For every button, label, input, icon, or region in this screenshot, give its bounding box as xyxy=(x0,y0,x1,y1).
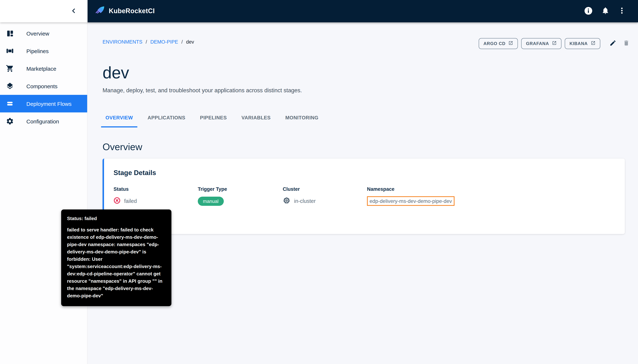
cluster-field: Cluster in-cluste xyxy=(283,186,367,206)
status-field: Status failed xyxy=(114,186,198,206)
argo-cd-label: ARGO CD xyxy=(484,41,506,46)
tab-monitoring[interactable]: MONITORING xyxy=(281,112,323,128)
app-window: KubeRocketCI xyxy=(0,0,638,364)
sidebar-item-configuration[interactable]: Configuration xyxy=(0,112,87,130)
bell-icon xyxy=(602,6,610,16)
kibana-button[interactable]: KIBANA xyxy=(565,38,600,49)
kibana-label: KIBANA xyxy=(570,41,588,46)
pipelines-icon xyxy=(6,47,14,55)
tooltip-body: failed to serve handler: failed to check… xyxy=(67,226,166,300)
namespace-value: edp-delivery-ms-dev-demo-pipe-dev xyxy=(367,196,454,206)
info-icon xyxy=(584,6,592,16)
failed-circle-icon xyxy=(114,197,120,205)
breadcrumb-current: dev xyxy=(186,39,194,45)
overflow-menu-button[interactable] xyxy=(618,6,626,16)
grafana-button[interactable]: GRAFANA xyxy=(521,38,562,49)
breadcrumb-demo-pipe-link[interactable]: DEMO-PIPE xyxy=(150,39,178,45)
tab-applications[interactable]: APPLICATIONS xyxy=(143,112,190,128)
main-content: ENVIRONMENTS / DEMO-PIPE / dev ARGO CD G… xyxy=(88,22,638,364)
argo-cd-button[interactable]: ARGO CD xyxy=(479,38,518,49)
topbar-actions xyxy=(584,6,626,16)
top-app-bar: KubeRocketCI xyxy=(88,0,638,22)
stage-details-fields: Status failed Trigger Type manual xyxy=(114,186,614,206)
kebab-menu-icon xyxy=(618,6,626,16)
external-link-icon xyxy=(590,41,595,46)
sidebar-item-marketplace[interactable]: Marketplace xyxy=(0,60,87,77)
status-label: Status xyxy=(114,186,198,192)
stage-details-card: Stage Details Status failed Trigger Type… xyxy=(102,158,625,234)
page-description: Manage, deploy, test, and troubleshoot y… xyxy=(102,87,302,94)
sidebar-header xyxy=(0,0,88,22)
trigger-type-field: Trigger Type manual xyxy=(198,186,283,206)
edit-stage-button[interactable] xyxy=(609,40,616,48)
grafana-label: GRAFANA xyxy=(526,41,549,46)
sidebar-item-pipelines[interactable]: Pipelines xyxy=(0,42,87,60)
info-button[interactable] xyxy=(584,6,592,16)
sidebar-item-label: Deployment Flows xyxy=(26,100,72,107)
tab-pipelines[interactable]: PIPELINES xyxy=(196,112,231,128)
trigger-type-chip: manual xyxy=(198,196,224,206)
notifications-button[interactable] xyxy=(602,6,610,16)
cluster-label: Cluster xyxy=(283,186,367,192)
chevron-left-icon xyxy=(71,9,76,15)
rocket-logo-icon xyxy=(95,6,105,17)
page-title: dev xyxy=(102,63,129,82)
brand: KubeRocketCI xyxy=(95,6,155,17)
app-title: KubeRocketCI xyxy=(109,7,155,15)
status-text: failed xyxy=(124,198,137,204)
header-action-buttons: ARGO CD GRAFANA KIBANA xyxy=(479,38,630,49)
namespace-label: Namespace xyxy=(367,186,614,192)
trigger-type-label: Trigger Type xyxy=(198,186,283,192)
sidebar-item-label: Configuration xyxy=(26,118,59,124)
tooltip-title: Status: failed xyxy=(67,216,166,221)
sidebar-item-label: Marketplace xyxy=(26,65,56,72)
breadcrumb-separator: / xyxy=(182,39,183,45)
breadcrumb: ENVIRONMENTS / DEMO-PIPE / dev xyxy=(102,39,194,45)
sidebar-item-components[interactable]: Components xyxy=(0,77,87,95)
deployment-flows-icon xyxy=(6,100,14,108)
cart-icon xyxy=(6,64,14,72)
tabs: OVERVIEW APPLICATIONS PIPELINES VARIABLE… xyxy=(98,112,326,128)
layers-icon xyxy=(6,82,14,90)
cluster-text: in-cluster xyxy=(294,198,316,204)
breadcrumb-separator: / xyxy=(146,39,147,45)
sidebar-item-label: Pipelines xyxy=(26,48,49,54)
gear-icon xyxy=(6,117,14,125)
delete-stage-button[interactable] xyxy=(623,40,630,48)
kubernetes-icon xyxy=(283,197,290,206)
sidebar-item-label: Overview xyxy=(26,30,49,36)
tab-variables[interactable]: VARIABLES xyxy=(237,112,275,128)
sidebar-item-label: Components xyxy=(26,83,58,89)
sidebar-item-overview[interactable]: Overview xyxy=(0,24,87,42)
status-tooltip: Status: failed failed to serve handler: … xyxy=(61,210,172,306)
section-heading: Overview xyxy=(102,141,142,152)
pencil-icon xyxy=(609,40,616,48)
dashboard-icon xyxy=(6,29,14,37)
sidebar: Overview Pipelines Marketplace Component… xyxy=(0,22,88,364)
status-value[interactable]: failed xyxy=(114,196,198,206)
tab-overview[interactable]: OVERVIEW xyxy=(101,112,137,128)
sidebar-collapse-button[interactable] xyxy=(69,6,78,16)
external-link-icon xyxy=(508,41,513,46)
namespace-field: Namespace edp-delivery-ms-dev-demo-pipe-… xyxy=(367,186,614,206)
sidebar-item-deployment-flows[interactable]: Deployment Flows xyxy=(0,95,87,112)
trash-icon xyxy=(623,40,630,48)
external-link-icon xyxy=(552,41,557,46)
stage-details-title: Stage Details xyxy=(114,169,614,177)
breadcrumb-environments-link[interactable]: ENVIRONMENTS xyxy=(102,39,142,45)
